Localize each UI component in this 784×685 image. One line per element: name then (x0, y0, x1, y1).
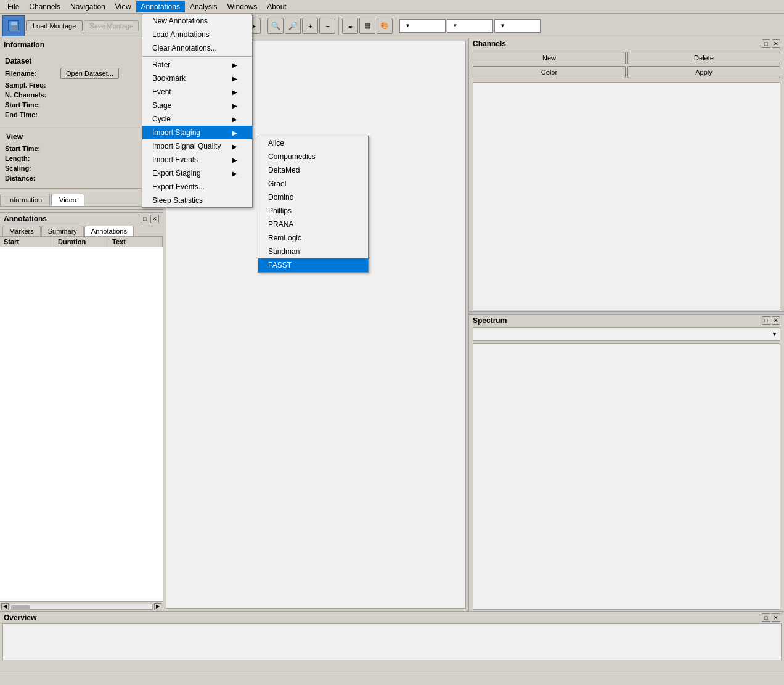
menu-navigation[interactable]: Navigation (65, 1, 110, 12)
zoom-in-button[interactable]: 🔍 (267, 18, 284, 34)
view-distance-label: Distance: (5, 174, 60, 182)
spectrum-close-button[interactable]: ✕ (772, 316, 780, 325)
annotations-header: Annotations □ ✕ (0, 213, 163, 224)
open-dataset-button[interactable]: Open Dataset... (60, 68, 119, 79)
submenu-sandman[interactable]: Sandman (258, 245, 368, 258)
ann-tab-annotations[interactable]: Annotations (84, 226, 134, 236)
overview-section: Overview □ ✕ (0, 611, 784, 673)
zoom-in-amp-button[interactable]: + (302, 18, 318, 34)
menu-annotations[interactable]: Annotations (136, 1, 185, 12)
submenu-phillips[interactable]: Phillips (258, 204, 368, 218)
channels-color-button[interactable]: Color (473, 66, 626, 78)
bottom-tab-bar: Information Video (0, 194, 163, 207)
annotations-section: Annotations □ ✕ Markers Summary Annotati… (0, 212, 163, 611)
compact-view-icon: ▤ (364, 22, 370, 30)
channels-new-button[interactable]: New (473, 52, 626, 64)
view-scaling-row: Scaling: (2, 163, 160, 173)
overview-close-button[interactable]: ✕ (772, 613, 780, 622)
menu-item-import-signal-quality[interactable]: Import Signal Quality ▶ (142, 139, 252, 153)
save-montage-button: Save Montage (84, 20, 139, 31)
compact-view-button[interactable]: ▤ (359, 18, 375, 34)
amplitude-select[interactable] (494, 19, 541, 33)
spectrum-channel-select[interactable]: ▼ (473, 327, 780, 341)
submenu-deltamed[interactable]: DeltaMed (258, 163, 368, 177)
view-start-row: Start Time: (2, 144, 160, 154)
menu-about[interactable]: About (262, 1, 291, 12)
export-staging-arrow: ▶ (232, 170, 237, 177)
menu-windows[interactable]: Windows (223, 1, 263, 12)
channels-delete-button[interactable]: Delete (627, 52, 780, 64)
submenu-alice[interactable]: Alice (258, 136, 368, 150)
annotations-tabs: Markers Summary Annotations (0, 224, 163, 236)
menu-item-cycle[interactable]: Cycle ▶ (142, 112, 252, 126)
overview-minimize-button[interactable]: □ (762, 613, 770, 622)
submenu-grael[interactable]: Grael (258, 177, 368, 191)
dataset-panel: Dataset Filename: Open Dataset... Sampl.… (0, 52, 163, 122)
annotations-title: Annotations (4, 215, 47, 223)
ann-tab-markers[interactable]: Markers (2, 226, 41, 236)
zoom-out-time-button[interactable]: 🔎 (285, 18, 301, 34)
time-scale-select[interactable] (447, 19, 493, 33)
color-button[interactable]: 🎨 (377, 18, 393, 34)
submenu-compumedics[interactable]: Compumedics (258, 150, 368, 163)
menu-item-bookmark[interactable]: Bookmark ▶ (142, 72, 252, 85)
dataset-label: Dataset (5, 57, 160, 65)
statusbar (0, 673, 784, 685)
channels-panel-controls: □ ✕ (762, 39, 780, 48)
submenu-domino[interactable]: Domino (258, 191, 368, 204)
overview-panel-controls: □ ✕ (762, 613, 780, 622)
channels-close-button[interactable]: ✕ (772, 39, 780, 48)
channels-apply-button[interactable]: Apply (627, 66, 780, 78)
menu-item-export-events[interactable]: Export Events... (142, 180, 252, 194)
menu-channels[interactable]: Channels (24, 1, 65, 12)
view-length-row: Length: (2, 154, 160, 163)
import-staging-submenu: Alice Compumedics DeltaMed Grael Domino … (258, 136, 369, 273)
annotations-scrollbar[interactable]: ◀ ▶ (0, 601, 163, 611)
menu-item-stage[interactable]: Stage ▶ (142, 99, 252, 112)
zoom-out-amp-button[interactable]: − (319, 18, 335, 34)
channels-buttons: New Delete Color Apply (469, 49, 784, 81)
epoch-length-select[interactable] (399, 19, 446, 33)
menu-file[interactable]: File (2, 1, 24, 12)
channels-title: Channels (473, 39, 506, 48)
menu-view[interactable]: View (110, 1, 136, 12)
menu-item-export-staging[interactable]: Export Staging ▶ (142, 166, 252, 180)
scrollbar-track[interactable] (10, 604, 153, 610)
submenu-remlogic[interactable]: RemLogic (258, 231, 368, 245)
spectrum-section: Spectrum □ ✕ ▼ (469, 314, 784, 611)
grid-view-button[interactable]: ≡ (342, 18, 358, 34)
view-divider (0, 188, 163, 189)
scroll-left-button[interactable]: ◀ (1, 603, 9, 610)
view-start-label: Start Time: (5, 145, 60, 152)
menubar: File Channels Navigation View Annotation… (0, 0, 784, 14)
ann-tab-summary[interactable]: Summary (41, 226, 84, 236)
spectrum-dropdown-arrow: ▼ (772, 331, 777, 337)
filename-label: Filename: (5, 70, 60, 77)
menu-item-import-staging[interactable]: Import Staging ▶ (142, 126, 252, 139)
menu-item-new-annotations[interactable]: New Annotations (142, 14, 252, 28)
tab-information[interactable]: Information (0, 194, 50, 206)
annotations-close-button[interactable]: ✕ (150, 215, 159, 223)
menu-item-import-events[interactable]: Import Events ▶ (142, 153, 252, 166)
event-arrow: ▶ (232, 89, 237, 96)
overview-body (2, 623, 782, 660)
channels-minimize-button[interactable]: □ (762, 39, 770, 48)
menu-item-rater[interactable]: Rater ▶ (142, 58, 252, 72)
menu-item-event[interactable]: Event ▶ (142, 85, 252, 99)
submenu-prana[interactable]: PRANA (258, 218, 368, 231)
menu-analysis[interactable]: Analysis (185, 1, 223, 12)
menu-item-clear-annotations[interactable]: Clear Annotations... (142, 41, 252, 55)
scroll-right-button[interactable]: ▶ (154, 603, 161, 610)
submenu-fasst[interactable]: FASST (258, 258, 368, 272)
channels-header: Channels □ ✕ (469, 38, 784, 49)
spectrum-minimize-button[interactable]: □ (762, 316, 770, 325)
annotations-minimize-button[interactable]: □ (141, 215, 149, 223)
cycle-arrow: ▶ (232, 116, 237, 123)
load-montage-button[interactable]: Load Montage (26, 20, 83, 31)
zoom-out-amp-icon: − (325, 22, 329, 30)
menu-item-sleep-statistics[interactable]: Sleep Statistics (142, 194, 252, 207)
start-time-label: Start Time: (5, 101, 60, 109)
menu-item-load-annotations[interactable]: Load Annotations (142, 28, 252, 41)
tab-video[interactable]: Video (51, 194, 84, 206)
import-signal-quality-arrow: ▶ (232, 143, 237, 150)
